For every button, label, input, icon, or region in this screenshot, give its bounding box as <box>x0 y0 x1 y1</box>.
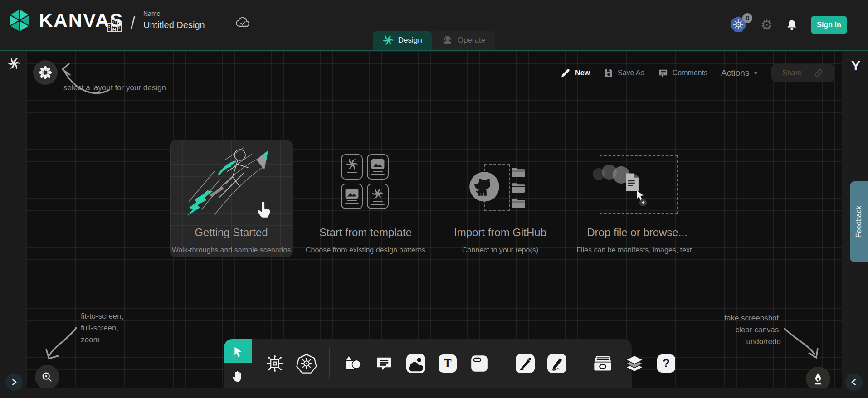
comment-tool[interactable] <box>374 353 395 374</box>
canvas-hint-line: undo/redo <box>690 336 781 348</box>
template-card-subtitle: Choose from existing design patterns <box>306 246 425 254</box>
operate-headset-icon <box>442 35 453 46</box>
image-tool[interactable] <box>405 353 426 374</box>
tab-operate[interactable]: Operate <box>432 31 495 50</box>
credits-indicator[interactable]: 0 <box>730 16 748 34</box>
share-label: Share <box>782 69 802 77</box>
text-tool[interactable]: T <box>437 353 458 374</box>
expand-right-panel-button[interactable] <box>845 374 863 391</box>
design-canvas[interactable]: select a layout for your design New Save… <box>26 51 842 388</box>
zoom-hint-text: fit-to-screen, full-screen, zoom <box>81 311 123 346</box>
workspace-logo-y[interactable]: Y <box>851 58 860 73</box>
github-octocat-icon[interactable] <box>468 171 500 203</box>
credits-count-badge: 0 <box>742 13 752 23</box>
getting-started-title: Getting Started <box>195 226 268 239</box>
floppy-disk-icon <box>604 68 614 78</box>
zoom-hint-line: fit-to-screen, <box>81 311 123 322</box>
design-name-input[interactable] <box>143 19 224 34</box>
zoom-controls-button[interactable] <box>35 365 59 388</box>
plus-badge: + <box>639 199 647 206</box>
text-tool-glyph: T <box>439 354 457 373</box>
kanvas-logo-icon <box>6 7 33 34</box>
tab-operate-label: Operate <box>458 36 485 45</box>
canvas-hint-text: take screenshot, clear canvas, undo/redo <box>690 312 781 348</box>
getting-started-card[interactable] <box>170 140 293 257</box>
body-frame: Y Feedback <box>0 51 868 398</box>
breadcrumb-separator: / <box>131 14 135 33</box>
new-button-label: New <box>575 69 590 77</box>
canvas-actions-button[interactable] <box>806 367 830 388</box>
toolbar-group-library: ? <box>580 348 689 379</box>
pen-tool[interactable] <box>515 353 536 374</box>
help-tool-glyph: ? <box>657 354 675 373</box>
sign-in-button[interactable]: Sign In <box>811 16 847 34</box>
canvas-hint-line: clear canvas, <box>690 324 781 336</box>
organization-icon[interactable] <box>104 15 124 35</box>
toolbar-group-content: T <box>329 348 502 379</box>
expand-left-panel-button[interactable] <box>5 374 23 391</box>
toolbar-group-draw <box>502 348 580 379</box>
settings-gear-icon[interactable]: ⚙ <box>761 18 773 32</box>
template-tile-image <box>367 154 389 180</box>
kubernetes-tool[interactable] <box>296 353 317 374</box>
bottom-toolbar: T <box>224 339 632 388</box>
flower-icon <box>39 66 52 79</box>
header-actions: 0 ⚙ Sign In <box>730 0 847 50</box>
repo-folder-icon <box>511 166 526 178</box>
repo-folder-icon <box>511 181 526 194</box>
share-button[interactable]: Share <box>771 64 834 82</box>
github-card-title[interactable]: Import from GitHub <box>454 226 546 239</box>
kanvas-app: KANVAS / Name Design Oper <box>0 0 868 398</box>
feedback-tab[interactable]: Feedback <box>850 181 868 262</box>
chevron-down-icon: ▼ <box>753 71 758 76</box>
template-card-title[interactable]: Start from template <box>319 226 412 239</box>
template-tile-image <box>341 184 363 209</box>
zoom-hint-line: zoom <box>81 334 123 346</box>
pointer-hand-cursor <box>255 199 276 220</box>
tab-design-label: Design <box>398 36 422 45</box>
actions-dropdown[interactable]: Actions ▼ <box>721 68 758 78</box>
tab-design[interactable]: Design <box>373 31 432 50</box>
pencil-icon <box>560 68 571 78</box>
github-card-subtitle: Connect to your repo(s) <box>462 246 538 254</box>
zoom-hint-line: full-screen, <box>81 322 123 334</box>
design-name-block: Name <box>143 10 224 34</box>
notifications-bell-icon[interactable] <box>785 19 798 31</box>
layout-hint-text: select a layout for your design <box>63 82 166 94</box>
mode-tabs: Design Operate <box>373 31 495 50</box>
toolbar-groups: T <box>252 339 632 388</box>
new-button[interactable]: New <box>560 68 590 78</box>
save-as-label: Save As <box>618 69 644 77</box>
canvas-hint-line: take screenshot, <box>690 312 781 324</box>
app-header: KANVAS / Name Design Oper <box>0 0 868 50</box>
repo-folder-icon <box>511 197 526 209</box>
sticky-note-tool[interactable] <box>469 353 490 374</box>
help-tool[interactable]: ? <box>656 353 677 374</box>
file-document-icon <box>624 173 639 192</box>
toolbar-group-infra <box>252 348 329 379</box>
design-pinwheel-icon <box>383 35 394 46</box>
drawer-archive-tool[interactable] <box>592 353 613 374</box>
save-as-button[interactable]: Save As <box>604 68 644 78</box>
chip-node-tool[interactable] <box>264 353 285 374</box>
template-tile-pinwheel <box>367 184 389 209</box>
template-card[interactable] <box>341 154 389 209</box>
comment-bubble-icon <box>658 68 668 78</box>
pan-hand-tool-button[interactable] <box>224 363 252 388</box>
dropzone-card-title[interactable]: Drop file or browse... <box>587 226 687 239</box>
share-link-icon <box>814 68 824 78</box>
canvas-toolbar: New Save As Comments Actions ▼ <box>560 64 834 82</box>
feedback-tab-label: Feedback <box>855 206 863 238</box>
cloud-sync-icon[interactable] <box>234 14 251 31</box>
pencil-tool[interactable] <box>546 353 567 374</box>
comments-button[interactable]: Comments <box>658 68 707 78</box>
getting-started-subtitle: Walk-throughs and sample scenarios <box>172 246 291 254</box>
shapes-tool[interactable] <box>342 353 363 374</box>
select-tool-button[interactable] <box>224 339 252 363</box>
sidebar-pinwheel-icon[interactable] <box>8 57 20 70</box>
layout-picker-button[interactable] <box>33 60 58 85</box>
header-divider <box>0 50 868 51</box>
name-field-label: Name <box>143 10 224 17</box>
dropzone-card-subtitle: Files can be manifests, images, text... <box>576 246 698 254</box>
layers-tool[interactable] <box>624 353 645 374</box>
